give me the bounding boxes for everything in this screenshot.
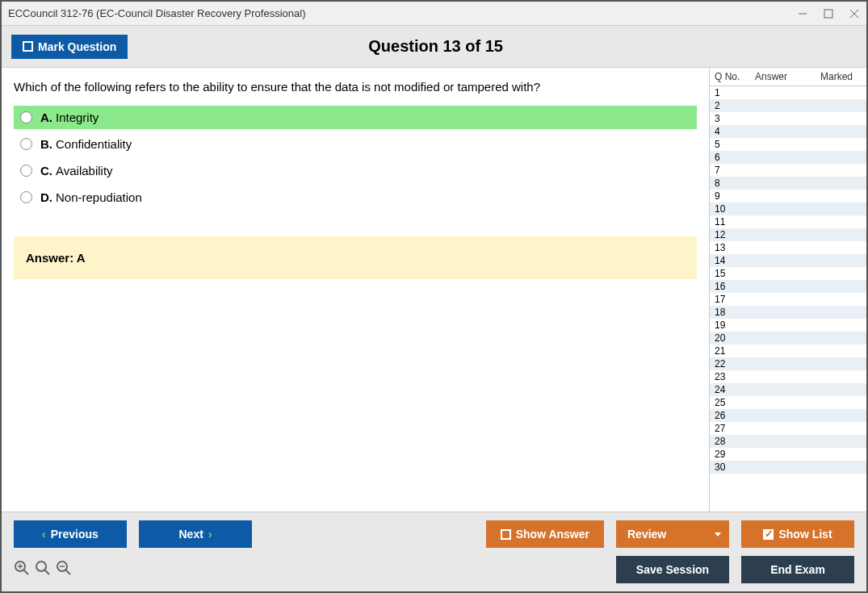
end-exam-label: End Exam [770,563,825,576]
row-number: 11 [715,216,755,228]
checkbox-checked-icon [763,529,774,540]
list-row[interactable]: 14 [710,254,866,267]
list-row[interactable]: 28 [710,435,866,448]
header-bar: Mark Question Question 13 of 15 [2,26,866,68]
list-row[interactable]: 1 [710,86,866,99]
list-row[interactable]: 4 [710,125,866,138]
list-row[interactable]: 20 [710,332,866,345]
list-row[interactable]: 5 [710,138,866,151]
previous-label: Previous [51,528,99,541]
chevron-right-icon: › [208,528,212,541]
list-row[interactable]: 6 [710,151,866,164]
row-number: 16 [715,281,755,292]
row-number: 13 [715,242,755,253]
option-letter: D. [40,190,52,204]
app-window: ECCouncil 312-76 (EC-Council Disaster Re… [0,0,868,593]
list-row[interactable]: 19 [710,319,866,332]
row-number: 28 [715,436,755,447]
next-button[interactable]: Next › [139,520,252,548]
row-number: 6 [715,152,755,163]
col-qno: Q No. [715,71,755,82]
option-text: Availability [56,164,113,177]
row-number: 8 [715,177,755,189]
svg-rect-1 [824,10,832,18]
mark-question-label: Mark Question [38,40,116,53]
list-row[interactable]: 13 [710,241,866,254]
row-number: 9 [715,190,755,202]
list-row[interactable]: 21 [710,345,866,357]
list-row[interactable]: 10 [710,203,866,215]
list-row[interactable]: 12 [710,228,866,241]
list-row[interactable]: 29 [710,448,866,461]
zoom-in-icon[interactable] [14,560,30,580]
show-list-button[interactable]: Show List [741,520,854,548]
list-row[interactable]: 11 [710,215,866,228]
list-row[interactable]: 8 [710,177,866,190]
option-text: Non-repudiation [56,190,142,204]
question-list[interactable]: 1234567891011121314151617181920212223242… [710,86,866,512]
row-number: 10 [715,203,755,215]
row-number: 5 [715,139,755,150]
list-row[interactable]: 22 [710,357,866,370]
list-row[interactable]: 24 [710,383,866,396]
zoom-out-icon[interactable] [56,560,72,580]
option-text: Confidentiality [56,137,132,151]
svg-line-9 [44,570,49,574]
question-list-panel: Q No. Answer Marked 12345678910111213141… [709,68,866,512]
option-B[interactable]: B. Confidentiality [14,132,697,156]
options-list: A. IntegrityB. ConfidentialityC. Availab… [2,106,709,212]
show-answer-button[interactable]: Show Answer [486,520,604,548]
radio-icon [20,191,32,203]
list-row[interactable]: 17 [710,293,866,306]
row-number: 2 [715,100,755,111]
option-C[interactable]: C. Availability [14,159,697,182]
checkbox-icon [23,41,33,52]
row-number: 17 [715,294,755,305]
list-row[interactable]: 27 [710,422,866,435]
list-row[interactable]: 16 [710,280,866,293]
list-header: Q No. Answer Marked [710,68,866,86]
list-row[interactable]: 2 [710,99,866,112]
zoom-reset-icon[interactable] [35,560,51,580]
option-A[interactable]: A. Integrity [14,106,697,129]
list-row[interactable]: 30 [710,461,866,474]
list-row[interactable]: 7 [710,164,866,177]
review-button[interactable]: Review [616,520,729,548]
row-number: 18 [715,307,755,318]
list-row[interactable]: 23 [710,370,866,383]
radio-icon [20,111,32,123]
row-number: 26 [715,410,755,421]
show-answer-label: Show Answer [516,528,589,541]
list-row[interactable]: 9 [710,190,866,203]
save-session-button[interactable]: Save Session [616,556,729,583]
row-number: 3 [715,113,755,124]
minimize-icon[interactable] [797,8,808,19]
row-number: 27 [715,423,755,434]
option-D[interactable]: D. Non-repudiation [14,186,697,209]
end-exam-button[interactable]: End Exam [741,556,854,583]
show-list-label: Show List [778,528,832,541]
question-text: Which of the following refers to the abi… [2,80,709,106]
list-row[interactable]: 3 [710,112,866,125]
row-number: 1 [715,87,755,98]
row-number: 29 [715,449,755,460]
previous-button[interactable]: ‹ Previous [14,520,127,548]
close-icon[interactable] [849,8,860,19]
row-number: 21 [715,345,755,357]
list-row[interactable]: 18 [710,306,866,319]
row-number: 24 [715,384,755,395]
next-label: Next [178,528,203,541]
row-number: 19 [715,319,755,331]
list-row[interactable]: 26 [710,409,866,422]
row-number: 30 [715,461,755,473]
list-row[interactable]: 25 [710,396,866,409]
row-number: 22 [715,358,755,370]
footer-row-1: ‹ Previous Next › Show Answer Review Sho… [14,520,854,548]
maximize-icon[interactable] [823,8,834,19]
row-number: 15 [715,268,755,279]
option-text: Integrity [56,111,99,124]
list-row[interactable]: 15 [710,267,866,280]
main-area: Which of the following refers to the abi… [2,68,866,512]
mark-question-button[interactable]: Mark Question [11,35,128,59]
option-letter: A. [40,111,52,124]
